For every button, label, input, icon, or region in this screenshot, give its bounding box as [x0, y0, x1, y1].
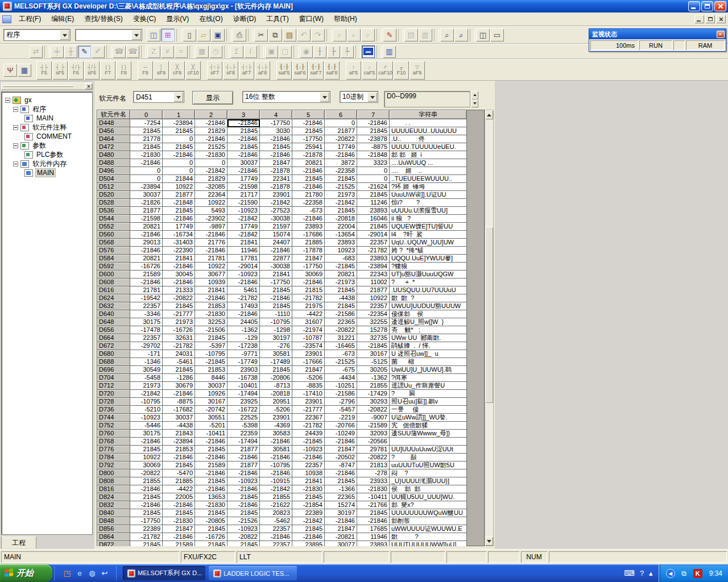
value-cell[interactable]: -10795: [260, 318, 292, 326]
copy-icon[interactable]: ⧉: [268, 28, 282, 41]
value-cell[interactable]: 21589: [195, 462, 228, 469]
value-cell[interactable]: -1110: [260, 310, 292, 318]
string-cell[interactable]: 邶 邶 姬 i: [390, 151, 467, 159]
value-cell[interactable]: -17666: [292, 358, 325, 366]
panel-grip[interactable]: [3, 85, 73, 87]
value-cell[interactable]: 15074: [260, 231, 292, 239]
value-cell[interactable]: -675: [325, 366, 357, 374]
value-cell[interactable]: -20806: [260, 374, 292, 382]
print-icon[interactable]: ⎙: [233, 28, 246, 41]
value-cell[interactable]: 21841: [228, 239, 260, 247]
value-cell[interactable]: 23901: [260, 191, 292, 199]
value-cell[interactable]: 21877: [228, 462, 260, 469]
string-cell[interactable]: UU]UUUuUuwU浞UUt: [390, 446, 467, 454]
value-cell[interactable]: -8747: [325, 462, 357, 469]
device-name-cell[interactable]: D592: [97, 263, 130, 271]
mdi-child-icon[interactable]: [2, 15, 11, 23]
value-cell[interactable]: 0: [357, 167, 390, 175]
value-cell[interactable]: -4434: [325, 374, 357, 382]
value-cell[interactable]: 10926: [195, 390, 228, 398]
value-cell[interactable]: -10401: [228, 382, 260, 390]
value-cell[interactable]: -21846: [260, 454, 292, 462]
value-cell[interactable]: -21846: [195, 454, 228, 462]
device-name-cell[interactable]: D576: [97, 247, 130, 255]
value-cell[interactable]: 17749: [163, 223, 195, 231]
value-cell[interactable]: -21845: [357, 342, 390, 350]
value-cell[interactable]: 21853: [195, 302, 228, 310]
device-name-cell[interactable]: D528: [97, 199, 130, 207]
string-cell[interactable]: UQUEW馊E]TU]訾UU: [390, 223, 467, 231]
value-cell[interactable]: -1286: [163, 374, 195, 382]
value-cell[interactable]: 21845: [292, 493, 325, 501]
back-icon[interactable]: ↩: [100, 568, 110, 579]
value-cell[interactable]: -20821: [325, 533, 357, 541]
value-cell[interactable]: 21855: [357, 382, 390, 390]
browser-icon[interactable]: ◍: [87, 568, 97, 579]
value-cell[interactable]: 24439: [292, 430, 325, 438]
value-cell[interactable]: -673: [325, 350, 357, 358]
value-cell[interactable]: -21846: [260, 533, 292, 541]
value-cell[interactable]: -21846: [228, 278, 260, 286]
value-cell[interactable]: -21777: [163, 310, 195, 318]
value-cell[interactable]: 30581: [260, 446, 292, 454]
value-cell[interactable]: -21846: [195, 119, 228, 127]
tree-item-gx[interactable]: gx: [2, 95, 92, 105]
device-memory-edit-icon[interactable]: ▥: [383, 45, 396, 58]
value-cell[interactable]: -21846: [325, 151, 357, 159]
device-name-cell[interactable]: D816: [97, 485, 130, 493]
value-cell[interactable]: 22877: [260, 255, 292, 263]
value-cell[interactable]: 21973: [163, 318, 195, 326]
value-cell[interactable]: -30038: [260, 263, 292, 271]
value-cell[interactable]: 21829: [195, 175, 228, 183]
value-cell[interactable]: 21845: [325, 302, 357, 310]
scroll-down-icon[interactable]: [485, 537, 493, 546]
save-icon[interactable]: ▣: [211, 28, 225, 41]
value-cell[interactable]: 30197: [260, 334, 292, 342]
value-cell[interactable]: -21590: [228, 199, 260, 207]
value-cell[interactable]: 21778: [130, 135, 163, 143]
value-cell[interactable]: 21845: [228, 493, 260, 501]
value-cell[interactable]: 0: [130, 175, 163, 183]
new-file-icon[interactable]: ▯: [183, 28, 196, 41]
tree-item-program[interactable]: 程序: [2, 105, 92, 114]
string-cell[interactable]: . .: [390, 119, 467, 127]
value-cell[interactable]: 21845: [357, 223, 390, 231]
string-cell[interactable]: UuuU\W诶]].U证UU: [390, 191, 467, 199]
string-cell[interactable]: 逶逕觙U_照w[]W }: [390, 318, 467, 326]
string-cell[interactable]: ....UuWUUQ ...: [390, 159, 467, 167]
device-name-cell[interactable]: D688: [97, 358, 130, 366]
value-cell[interactable]: 21844: [163, 175, 195, 183]
value-cell[interactable]: -16726: [195, 533, 228, 541]
value-cell[interactable]: 32255: [357, 318, 390, 326]
language-bar-icon[interactable]: ◀: [666, 569, 675, 578]
value-cell[interactable]: -2219: [325, 414, 357, 422]
value-cell[interactable]: 30679: [163, 382, 195, 390]
value-cell[interactable]: -8875: [357, 143, 390, 151]
device-name-cell[interactable]: D672: [97, 342, 130, 350]
value-cell[interactable]: -17750: [260, 119, 292, 127]
panel-close-button[interactable]: [85, 83, 92, 89]
value-cell[interactable]: -17489: [260, 358, 292, 366]
value-cell[interactable]: -21506: [195, 326, 228, 334]
mdi-close-button[interactable]: [716, 15, 726, 23]
value-cell[interactable]: 21853: [195, 366, 228, 374]
value-cell[interactable]: 21855: [130, 477, 163, 485]
value-cell[interactable]: -29014: [228, 263, 260, 271]
fkey-aF9-button[interactable]: ▽aF9: [410, 61, 425, 80]
value-cell[interactable]: 21845: [325, 207, 357, 215]
value-cell[interactable]: 21847: [260, 159, 292, 167]
chevron-down-icon[interactable]: [320, 92, 329, 102]
value-cell[interactable]: -23902: [195, 215, 228, 223]
value-cell[interactable]: -22358: [292, 199, 325, 207]
value-cell[interactable]: 21877: [325, 127, 357, 135]
value-cell[interactable]: -29014: [357, 231, 390, 239]
value-cell[interactable]: -10923: [228, 525, 260, 533]
value-cell[interactable]: 21845: [228, 509, 260, 517]
value-cell[interactable]: -2796: [325, 398, 357, 406]
value-cell[interactable]: -21782: [292, 422, 325, 430]
value-cell[interactable]: 22365: [325, 318, 357, 326]
value-cell[interactable]: -21845: [325, 263, 357, 271]
value-cell[interactable]: -4422: [163, 485, 195, 493]
value-cell[interactable]: -21974: [292, 326, 325, 334]
value-cell[interactable]: 22365: [325, 493, 357, 501]
